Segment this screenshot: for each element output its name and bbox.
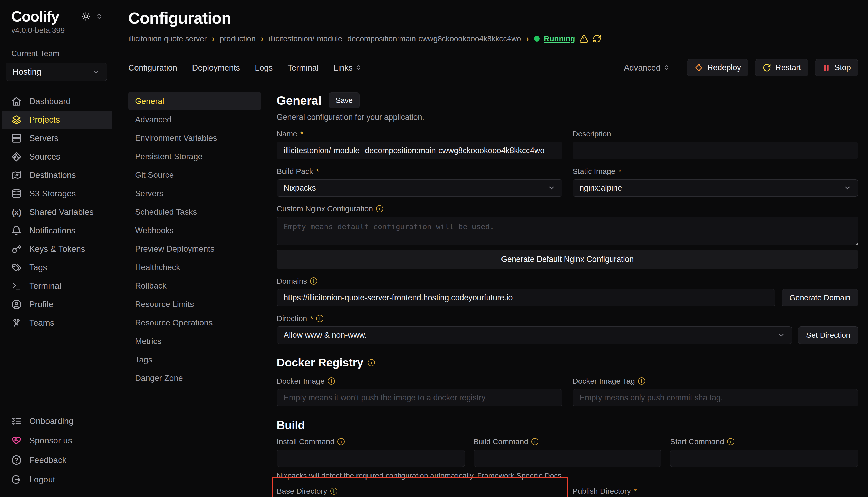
required-asterisk [634, 487, 637, 495]
help-circle-icon [11, 455, 22, 465]
subnav-git-source[interactable]: Git Source [128, 166, 261, 184]
sidebar-item-onboarding[interactable]: Onboarding [0, 411, 113, 431]
warning-icon [579, 34, 589, 43]
pause-icon [823, 63, 830, 72]
sidebar-item-projects[interactable]: Projects [2, 111, 112, 129]
chevron-right-icon: › [261, 34, 264, 43]
tab-deployments[interactable]: Deployments [192, 63, 240, 73]
docker-image-tag-input[interactable] [573, 389, 858, 407]
section-heading-docker-registry: Docker Registry [277, 356, 858, 369]
users-icon [11, 318, 22, 328]
base-directory-label: Base Directory [277, 487, 327, 495]
info-icon [376, 205, 383, 212]
save-button[interactable]: Save [329, 92, 360, 109]
sidebar-item-keys-tokens[interactable]: Keys & Tokens [0, 240, 113, 258]
heart-handshake-icon [11, 436, 22, 446]
subnav-resource-limits[interactable]: Resource Limits [128, 295, 261, 313]
section-subtitle: General configuration for your applicati… [277, 113, 858, 122]
chevron-down-icon [92, 68, 100, 76]
status-running-link[interactable]: Running [544, 34, 575, 43]
base-directory-field: Base Directory [277, 487, 562, 497]
subnav-danger-zone[interactable]: Danger Zone [128, 369, 261, 387]
refresh-icon[interactable] [593, 34, 601, 43]
build-command-label: Build Command [473, 437, 528, 446]
subnav-persistent-storage[interactable]: Persistent Storage [128, 147, 261, 166]
domains-input[interactable] [277, 289, 775, 307]
subnav-webhooks[interactable]: Webhooks [128, 221, 261, 240]
sidebar-item-terminal[interactable]: Terminal [0, 277, 113, 295]
install-command-input[interactable] [277, 450, 465, 467]
subnav-advanced[interactable]: Advanced [128, 110, 261, 129]
set-direction-button[interactable]: Set Direction [798, 326, 858, 344]
sidebar-item-destinations[interactable]: Destinations [0, 166, 113, 184]
sidebar-item-tags[interactable]: Tags [0, 258, 113, 277]
team-select[interactable]: Hosting [6, 63, 107, 81]
subnav-scheduled-tasks[interactable]: Scheduled Tasks [128, 203, 261, 221]
sidebar-item-feedback[interactable]: Feedback [0, 450, 113, 470]
subnav-healthcheck[interactable]: Healthcheck [128, 258, 261, 276]
instance-selector-chevrons-icon[interactable] [96, 13, 102, 20]
advanced-dropdown[interactable]: Advanced [624, 63, 670, 73]
docker-image-input[interactable] [277, 389, 562, 407]
generate-nginx-button[interactable]: Generate Default Nginx Configuration [277, 250, 858, 269]
docker-image-field: Docker Image [277, 377, 562, 407]
breadcrumb-application[interactable]: illicitestonion/-module--decomposition:m… [269, 34, 521, 43]
restart-button[interactable]: Restart [755, 59, 809, 76]
status-badge: Running [534, 34, 601, 43]
generate-domain-button[interactable]: Generate Domain [782, 289, 858, 307]
restart-icon [762, 63, 771, 72]
breadcrumb-project[interactable]: illicitonion quote server [128, 34, 207, 43]
direction-select[interactable]: Allow www & non-www. [277, 326, 792, 344]
sidebar-item-shared-variables[interactable]: (x) Shared Variables [0, 203, 113, 221]
subnav-servers[interactable]: Servers [128, 184, 261, 203]
team-select-value: Hosting [13, 67, 41, 77]
subnav-preview-deployments[interactable]: Preview Deployments [128, 240, 261, 258]
breadcrumb-environment[interactable]: production [220, 34, 256, 43]
stop-button[interactable]: Stop [815, 59, 858, 76]
static-image-select[interactable]: nginx:alpine [573, 179, 858, 197]
tab-terminal[interactable]: Terminal [287, 63, 318, 73]
subnav-environment-variables[interactable]: Environment Variables [128, 129, 261, 147]
info-icon [727, 438, 734, 445]
sidebar-item-profile[interactable]: Profile [0, 295, 113, 314]
sidebar-item-label: Keys & Tokens [29, 244, 85, 254]
chevron-right-icon: › [526, 34, 529, 43]
subnav-rollback[interactable]: Rollback [128, 276, 261, 295]
redeploy-button[interactable]: Redeploy [687, 59, 748, 76]
subnav-resource-operations[interactable]: Resource Operations [128, 313, 261, 332]
sidebar-item-sources[interactable]: Sources [0, 147, 113, 166]
required-asterisk [300, 129, 303, 138]
subnav-tags[interactable]: Tags [128, 350, 261, 369]
framework-docs-link[interactable]: Framework Specific Docs [477, 472, 562, 480]
info-icon [368, 359, 375, 366]
layers-icon [11, 115, 22, 125]
build-pack-select[interactable]: Nixpacks [277, 179, 562, 197]
sidebar-item-dashboard[interactable]: Dashboard [0, 92, 113, 111]
sidebar-item-teams[interactable]: Teams [0, 314, 113, 332]
sidebar-item-s3-storages[interactable]: S3 Storages [0, 184, 113, 203]
sidebar-item-sponsor[interactable]: Sponsor us [0, 431, 113, 450]
custom-nginx-textarea[interactable] [277, 217, 858, 245]
subnav-metrics[interactable]: Metrics [128, 332, 261, 350]
chevron-down-icon [777, 331, 785, 339]
description-field: Description [573, 129, 858, 159]
name-input[interactable] [277, 142, 562, 159]
server-icon [11, 133, 22, 143]
map-icon [11, 170, 22, 180]
tab-logs[interactable]: Logs [255, 63, 273, 73]
sidebar-item-servers[interactable]: Servers [0, 129, 113, 147]
description-input[interactable] [573, 142, 858, 159]
terminal-icon [11, 281, 22, 291]
subnav-general[interactable]: General [128, 92, 261, 110]
start-command-input[interactable] [670, 450, 858, 467]
sidebar-nav: Dashboard Projects Servers Sources Desti… [0, 92, 113, 332]
tab-links[interactable]: Links [333, 63, 361, 73]
sidebar-item-label: Projects [29, 115, 60, 125]
app-root: Coolify v4.0.0-beta.399 Current Team Hos… [0, 0, 868, 497]
name-label: Name [277, 129, 297, 138]
sidebar-item-notifications[interactable]: Notifications [0, 221, 113, 240]
theme-toggle-sun-icon[interactable] [81, 12, 91, 21]
sidebar-item-logout[interactable]: Logout [0, 470, 113, 489]
tab-configuration[interactable]: Configuration [128, 63, 177, 73]
build-command-input[interactable] [473, 450, 662, 467]
